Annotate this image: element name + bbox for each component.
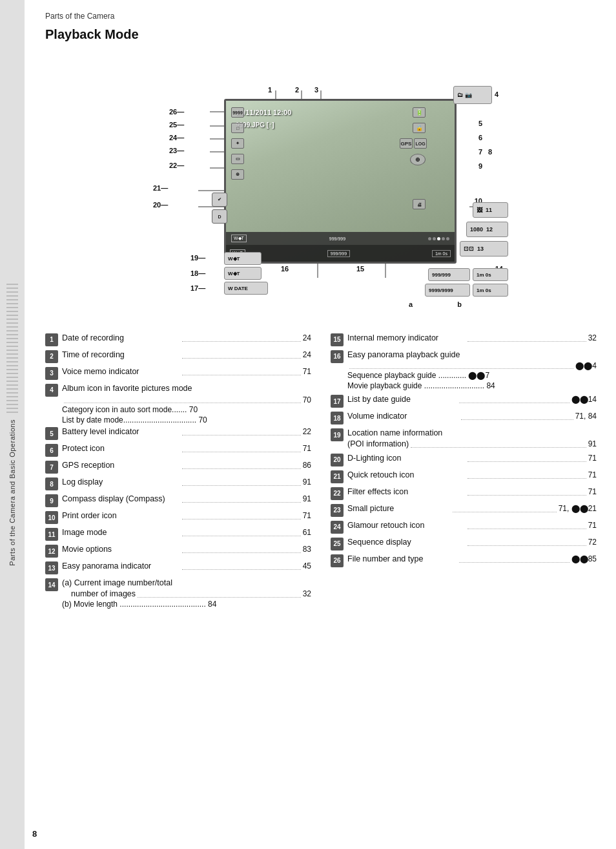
- ref-text-19a: Location name information: [347, 428, 597, 439]
- ref-text-20: D-Lighting icon: [347, 453, 466, 464]
- ref-text-19b: (POI information): [347, 439, 409, 450]
- ref-text-7: GPS reception: [62, 460, 180, 471]
- ref-text-15: Internal memory indicator: [347, 333, 466, 344]
- num-label-17: 17—: [190, 284, 205, 292]
- ref-item-14: 14 (a) Current image number/total number…: [45, 578, 311, 609]
- num-label-5: 5: [478, 120, 482, 127]
- ref-item-23: 23 Small picture 71, ⬤⬤21: [331, 503, 597, 517]
- num-label-18: 18—: [190, 269, 205, 277]
- ref-num-18: 18: [331, 412, 344, 424]
- ref-dots-22: [467, 495, 586, 496]
- ref-text-26: File number and type: [347, 554, 457, 565]
- ref-dots-13: [182, 569, 300, 570]
- ref-inner-9: Compass display (Compass) 91: [62, 494, 311, 505]
- ref-page-20: 71: [588, 453, 597, 463]
- ref-dots-26: [459, 562, 569, 563]
- ref-item-21: 21 Quick retouch icon 71: [331, 470, 597, 483]
- callout-4: 🗂 📷: [453, 86, 492, 104]
- ref-num-8: 8: [45, 477, 58, 490]
- ref-page-7: 86: [303, 460, 311, 470]
- ref-item-5: 5 Battery level indicator 22: [45, 426, 311, 440]
- screen-counter-a: 999/999: [327, 250, 350, 257]
- num-label-26: 26—: [169, 108, 184, 116]
- ref-text-14a: (a) Current image number/total: [62, 578, 311, 589]
- ref-page-9: 91: [303, 494, 311, 504]
- ref-inner-17: List by date guide ⬤⬤14: [347, 394, 597, 405]
- num-label-8: 8: [488, 148, 492, 156]
- ref-page-14a: 32: [303, 589, 311, 599]
- screen-icon-8: LOG: [414, 138, 427, 149]
- num-label-7: 7: [478, 148, 482, 156]
- ref-page-8: 91: [303, 477, 311, 487]
- ref-text-4b: Category icon in auto sort mode....... 7…: [62, 405, 311, 415]
- callout-18: W◆T: [224, 267, 262, 280]
- ref-inner-8: Log display 91: [62, 477, 311, 488]
- ref-inner-6: Protect icon 71: [62, 443, 311, 454]
- ref-inner-21: Quick retouch icon 71: [347, 470, 597, 481]
- ref-item-12: 12 Movie options 83: [45, 544, 311, 558]
- num-label-16: 16: [281, 265, 289, 273]
- ref-inner-5: Battery level indicator 22: [62, 426, 311, 437]
- ref-num-16: 16: [331, 350, 344, 363]
- ref-num-24: 24: [331, 521, 344, 534]
- ref-item-24: 24 Glamour retouch icon 71: [331, 520, 597, 534]
- ref-page-5: 22: [303, 426, 311, 437]
- screen-icon-24: ✦: [231, 138, 244, 149]
- callout-12-text: 1080: [470, 226, 483, 233]
- ref-text-6: Protect icon: [62, 443, 180, 454]
- ref-num-4: 4: [45, 384, 58, 397]
- ref-item-22: 22 Filter effects icon 71: [331, 487, 597, 500]
- ref-text-16c: Movie playback guide ...................…: [347, 381, 597, 392]
- screen-wbt-left: W◆T: [231, 235, 247, 242]
- camera-screen: 15/11/2011 12:00 9999.JPG [↑] 🔋 🔒 GPS LO…: [224, 99, 457, 264]
- ref-inner-20: D-Lighting icon 71: [347, 453, 597, 464]
- ref-inner-25: Sequence display 72: [347, 537, 597, 548]
- ref-num-11: 11: [45, 528, 58, 541]
- ref-text-14b: number of images: [62, 589, 136, 600]
- screen-icon-22: ⊛: [231, 169, 244, 180]
- ref-dots-14: [138, 597, 301, 598]
- reference-list: 1 Date of recording 24 2 Time of recordi…: [45, 333, 597, 613]
- callout-14-b: 9999/9999 1m 0s: [425, 284, 508, 297]
- ref-dots-9: [182, 502, 300, 503]
- callout-19: W◆T: [224, 252, 262, 265]
- screen-icon-9: ⊕: [410, 154, 426, 165]
- ref-item-1: 1 Date of recording 24: [45, 333, 311, 346]
- ref-dots-16: [349, 368, 573, 369]
- ref-text-4a: Album icon in favorite pictures mode: [62, 383, 311, 394]
- num-label-15: 15: [356, 265, 364, 273]
- ref-item-4: 4 Album icon in favorite pictures mode 7…: [45, 383, 311, 425]
- ref-num-3: 3: [45, 367, 58, 380]
- ref-page-3: 71: [303, 366, 311, 377]
- ref-page-10: 71: [303, 510, 311, 521]
- callout-counter-b: 9999/9999: [425, 284, 470, 297]
- screen-icon-10: 🖨: [413, 199, 426, 209]
- ref-num-23: 23: [331, 504, 344, 517]
- screen-icon-26: 9999: [231, 107, 244, 118]
- ref-dots-5: [182, 435, 300, 435]
- ref-text-17: List by date guide: [347, 394, 457, 405]
- ref-text-14c: (b) Movie length .......................…: [62, 600, 311, 610]
- ref-item-19: 19 Location name information (POI inform…: [331, 428, 597, 450]
- ref-item-8: 8 Log display 91: [45, 477, 311, 490]
- ref-dots-18: [461, 419, 573, 420]
- ref-text-24: Glamour retouch icon: [347, 520, 466, 531]
- screen-icon-21: ✔: [212, 193, 227, 207]
- ref-page-1: 24: [303, 333, 311, 343]
- screen-icon-20: D: [212, 209, 227, 224]
- camera-diagram: 15/11/2011 12:00 9999.JPG [↑] 🔋 🔒 GPS LO…: [134, 55, 508, 326]
- ref-num-7: 7: [45, 461, 58, 474]
- ref-page-21: 71: [588, 470, 597, 480]
- ref-dots-25: [467, 545, 586, 546]
- ref-dots-17: [459, 403, 569, 403]
- ref-item-2: 2 Time of recording 24: [45, 350, 311, 363]
- ref-dots-7: [182, 468, 300, 469]
- ref-num-13: 13: [45, 561, 58, 574]
- ref-page-6: 71: [303, 443, 311, 454]
- screen-time-a: 1m 0s: [432, 250, 451, 257]
- callout-17: W DATE: [224, 282, 268, 295]
- screen-icon-25: □: [231, 123, 244, 133]
- ref-item-6: 6 Protect icon 71: [45, 443, 311, 457]
- ref-item-3: 3 Voice memo indicator 71: [45, 366, 311, 380]
- ref-num-15: 15: [331, 333, 344, 346]
